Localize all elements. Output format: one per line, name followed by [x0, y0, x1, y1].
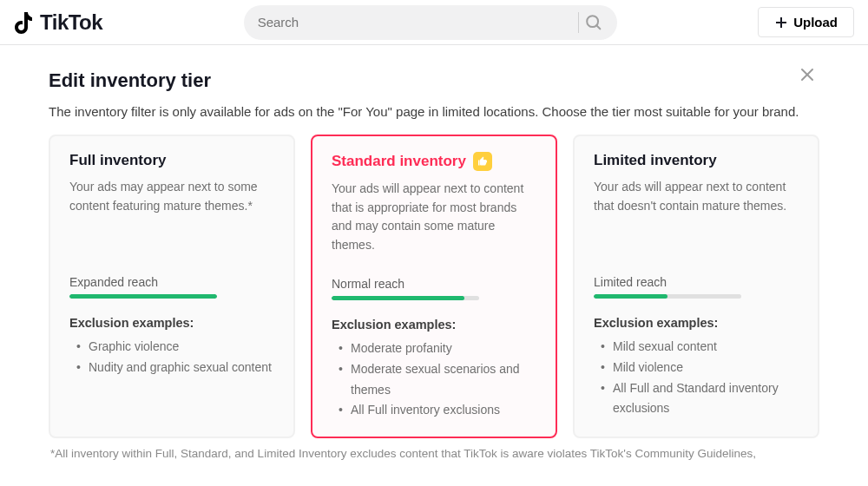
tier-description: Your ads may appear next to some content…	[69, 178, 274, 275]
reach-label: Expanded reach	[69, 275, 274, 289]
tier-card-full[interactable]: Full inventory Your ads may appear next …	[49, 135, 295, 438]
plus-icon	[774, 16, 788, 30]
brand-logo[interactable]: TikTok	[14, 10, 102, 35]
close-icon	[799, 66, 816, 83]
modal-title: Edit inventory tier	[49, 69, 819, 92]
exclusion-title: Exclusion examples:	[332, 318, 536, 332]
app-header: TikTok Upload	[0, 0, 868, 45]
brand-text: TikTok	[40, 10, 102, 35]
exclusion-list: Moderate profanity Moderate sexual scena…	[332, 338, 536, 421]
tier-card-limited[interactable]: Limited inventory Your ads will appear n…	[573, 135, 819, 438]
list-item: All Full and Standard inventory exclusio…	[601, 378, 799, 420]
close-button[interactable]	[799, 66, 816, 86]
footnote: *All inventory within Full, Standard, an…	[49, 447, 819, 460]
list-item: Mild violence	[601, 358, 799, 378]
list-item: Nudity and graphic sexual content	[76, 358, 274, 378]
modal-subtitle: The inventory filter is only available f…	[49, 104, 819, 119]
reach-fill	[332, 296, 464, 300]
thumbs-up-icon	[473, 152, 492, 171]
reach-bar	[594, 294, 741, 299]
search-input[interactable]	[258, 15, 571, 30]
tier-card-standard[interactable]: Standard inventory Your ads will appear …	[311, 135, 557, 438]
reach-label: Limited reach	[594, 275, 799, 289]
list-item: Moderate profanity	[339, 338, 536, 359]
exclusion-list: Mild sexual content Mild violence All Fu…	[594, 337, 799, 419]
list-item: Mild sexual content	[601, 337, 799, 358]
list-item: Moderate sexual scenarios and themes	[339, 359, 536, 401]
tier-title: Limited inventory	[594, 152, 799, 169]
search-button[interactable]	[584, 13, 603, 32]
svg-line-1	[596, 25, 600, 29]
tier-description: Your ads will appear next to content tha…	[594, 178, 799, 275]
tiktok-note-icon	[14, 10, 36, 35]
upload-label: Upload	[793, 15, 838, 30]
list-item: All Full inventory exclusions	[339, 400, 536, 421]
upload-button[interactable]: Upload	[758, 7, 854, 37]
search-divider	[578, 12, 579, 33]
reach-bar	[332, 296, 479, 300]
edit-inventory-modal: Edit inventory tier The inventory filter…	[0, 45, 868, 460]
exclusion-title: Exclusion examples:	[594, 316, 799, 330]
search-bar[interactable]	[244, 5, 617, 40]
tier-title: Standard inventory	[332, 152, 536, 171]
tier-title: Full inventory	[69, 152, 274, 169]
search-icon	[584, 13, 603, 32]
reach-bar	[69, 294, 217, 299]
reach-fill	[69, 294, 217, 299]
exclusion-title: Exclusion examples:	[69, 316, 274, 330]
exclusion-list: Graphic violence Nudity and graphic sexu…	[69, 337, 274, 378]
reach-fill	[594, 294, 667, 299]
tier-cards: Full inventory Your ads may appear next …	[49, 135, 819, 438]
tier-description: Your ads will appear next to content tha…	[332, 180, 536, 277]
reach-label: Normal reach	[332, 277, 536, 291]
list-item: Graphic violence	[76, 337, 274, 358]
